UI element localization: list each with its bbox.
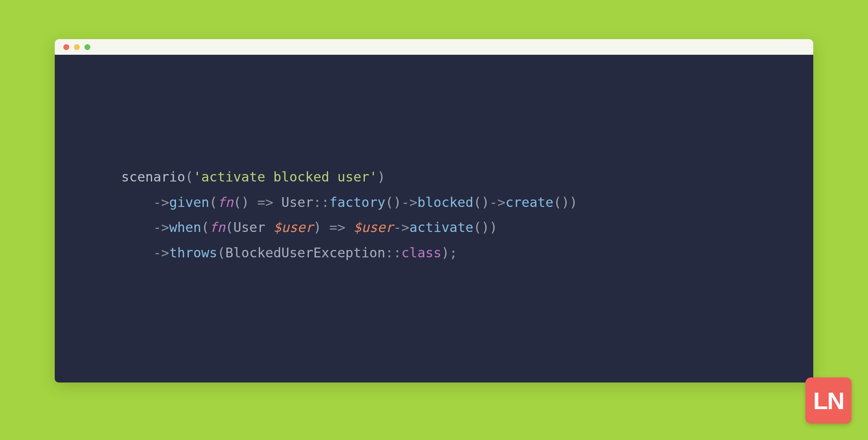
method-name: blocked xyxy=(418,194,473,210)
code-line-1: scenario('activate blocked user') xyxy=(121,164,774,190)
brand-logo: LN xyxy=(805,377,852,424)
code-editor: scenario('activate blocked user') ->give… xyxy=(55,55,813,383)
fn-keyword: fn xyxy=(209,219,225,235)
space xyxy=(265,219,273,235)
semicolon: ; xyxy=(449,245,457,260)
method-name: given xyxy=(169,194,209,210)
method-name: when xyxy=(169,219,201,235)
paren-open: ( xyxy=(201,219,209,235)
parens: () xyxy=(473,219,490,235)
window-title-bar xyxy=(55,39,813,55)
double-colon: :: xyxy=(313,194,329,210)
parens: () xyxy=(386,194,402,210)
fn-keyword: fn xyxy=(217,194,233,210)
parens: () xyxy=(554,194,570,210)
paren-open: ( xyxy=(217,245,225,260)
variable: $user xyxy=(353,219,393,235)
code-line-4: ->throws(BlockedUserException::class); xyxy=(121,240,774,266)
fn-parens: () xyxy=(233,194,249,210)
type-name: User xyxy=(233,219,265,235)
double-colon: :: xyxy=(386,245,402,260)
fat-arrow: => xyxy=(321,219,353,235)
logo-text: LN xyxy=(813,387,844,415)
paren-open: ( xyxy=(209,194,217,210)
arrow-operator: -> xyxy=(393,219,409,235)
arrow-operator: -> xyxy=(153,245,169,260)
class-name: BlockedUserException xyxy=(225,245,385,260)
close-icon[interactable] xyxy=(63,44,69,50)
method-name: factory xyxy=(329,194,385,210)
arrow-operator: -> xyxy=(153,194,169,210)
method-name: activate xyxy=(409,219,473,235)
code-line-3: ->when(fn(User $user) => $user->activate… xyxy=(121,215,774,240)
code-line-2: ->given(fn() => User::factory()->blocked… xyxy=(121,190,774,215)
class-name: User xyxy=(281,194,313,210)
code-window: scenario('activate blocked user') ->give… xyxy=(55,39,813,383)
fn-paren-close: ) xyxy=(313,219,321,235)
parens: () xyxy=(473,194,490,210)
paren-open: ( xyxy=(185,169,193,185)
variable: $user xyxy=(273,219,313,235)
fat-arrow: => xyxy=(249,194,282,210)
arrow-operator: -> xyxy=(153,219,169,235)
method-name: throws xyxy=(169,245,217,260)
paren-close: ) xyxy=(490,219,497,235)
paren-close: ) xyxy=(441,245,449,260)
method-name: create xyxy=(506,194,554,210)
minimize-icon[interactable] xyxy=(74,44,80,50)
arrow-operator: -> xyxy=(490,194,506,210)
class-keyword: class xyxy=(402,245,441,260)
paren-close: ) xyxy=(570,194,577,210)
arrow-operator: -> xyxy=(402,194,418,210)
function-name: scenario xyxy=(121,169,185,185)
string-literal: 'activate blocked user' xyxy=(193,169,377,185)
paren-close: ) xyxy=(377,169,385,185)
maximize-icon[interactable] xyxy=(84,44,90,50)
fn-paren-open: ( xyxy=(225,219,233,235)
